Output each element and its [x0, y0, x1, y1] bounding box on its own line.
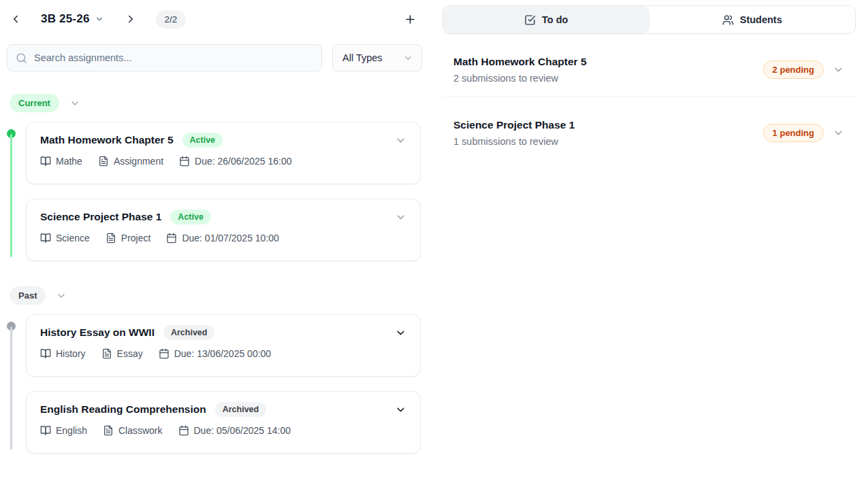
- tab-todo[interactable]: To do: [443, 6, 649, 33]
- card-header: English Reading Comprehension Archived: [40, 402, 406, 417]
- timeline-line-past: [10, 326, 12, 450]
- assignment-title: Science Project Phase 1: [40, 211, 161, 223]
- card-meta: English Classwork Due: 05/06/2025 14:00: [40, 425, 406, 436]
- subject-label: English: [56, 425, 87, 436]
- card-header: Math Homework Chapter 5 Active: [40, 133, 406, 148]
- subject-label: Science: [56, 233, 90, 243]
- due-meta: Due: 05/06/2025 14:00: [178, 425, 291, 436]
- tab-students[interactable]: Students: [649, 6, 856, 33]
- todo-text: Math Homework Chapter 5 2 submissions to…: [453, 56, 587, 84]
- card-meta: Mathe Assignment Due: 26/06/2025 16:00: [40, 156, 406, 167]
- due-meta: Due: 26/06/2025 16:00: [179, 156, 291, 167]
- type-label: Essay: [117, 348, 143, 359]
- search-row: All Types: [7, 44, 422, 71]
- type-label: Classwork: [118, 425, 163, 436]
- assignment-card[interactable]: English Reading Comprehension Archived E…: [26, 391, 421, 454]
- previous-class-button[interactable]: [7, 10, 25, 28]
- chevron-down-icon: [69, 98, 80, 109]
- type-meta: Classwork: [103, 425, 163, 436]
- status-badge: Archived: [215, 402, 267, 417]
- due-meta: Due: 01/07/2025 10:00: [166, 233, 278, 243]
- status-badge: Active: [170, 209, 211, 224]
- tab-students-label: Students: [740, 14, 782, 25]
- file-text-icon: [103, 425, 114, 436]
- type-meta: Essay: [101, 348, 143, 359]
- pending-badge: 2 pending: [763, 61, 824, 79]
- todo-item-actions: 2 pending: [763, 61, 844, 79]
- review-panel: To do Students Math Homework Chapter 5 2…: [443, 0, 856, 489]
- todo-list-item[interactable]: Science Project Phase 1 1 submissions to…: [443, 97, 856, 159]
- pending-badge: 1 pending: [763, 124, 824, 142]
- chevron-down-icon: [403, 53, 413, 63]
- subject-label: History: [56, 348, 86, 359]
- type-meta: Assignment: [98, 156, 163, 167]
- todo-item-title: Math Homework Chapter 5: [453, 56, 587, 68]
- class-header: 3B 25-26 2/2: [7, 9, 419, 29]
- search-input[interactable]: [34, 52, 313, 63]
- square-check-icon: [524, 14, 536, 26]
- assignment-title: History Essay on WWII: [40, 326, 155, 339]
- chevron-down-icon[interactable]: [833, 127, 844, 139]
- chevron-down-icon[interactable]: [395, 135, 406, 146]
- assignment-card[interactable]: Science Project Phase 1 Active Science P…: [26, 199, 421, 261]
- todo-list-item[interactable]: Math Homework Chapter 5 2 submissions to…: [443, 34, 856, 97]
- book-open-icon: [40, 348, 51, 359]
- timeline-line-current: [10, 134, 12, 257]
- calendar-icon: [166, 233, 177, 243]
- subject-meta: Science: [40, 233, 90, 243]
- type-label: Assignment: [114, 156, 163, 167]
- calendar-icon: [179, 156, 190, 167]
- chevron-down-icon[interactable]: [833, 64, 844, 75]
- next-class-button[interactable]: [122, 10, 140, 28]
- due-label: Due: 05/06/2025 14:00: [194, 425, 291, 436]
- section-header-past[interactable]: Past: [10, 286, 443, 305]
- card-header: Science Project Phase 1 Active: [40, 209, 406, 224]
- chevron-down-icon[interactable]: [395, 212, 406, 223]
- status-badge: Active: [182, 133, 223, 148]
- subject-meta: History: [40, 348, 86, 359]
- todo-list: Math Homework Chapter 5 2 submissions to…: [443, 34, 856, 159]
- calendar-icon: [159, 348, 170, 359]
- timeline-group-past: History Essay on WWII Archived History E…: [0, 314, 443, 454]
- add-assignment-button[interactable]: [401, 10, 419, 29]
- file-text-icon: [98, 156, 109, 167]
- type-label: Project: [121, 233, 151, 243]
- type-filter-value: All Types: [342, 52, 383, 63]
- class-selector[interactable]: 3B 25-26: [41, 12, 104, 26]
- plus-icon: [404, 13, 417, 26]
- type-meta: Project: [106, 233, 151, 243]
- tab-bar: To do Students: [443, 5, 856, 34]
- page-indicator: 2/2: [156, 10, 187, 29]
- subject-meta: Mathe: [40, 156, 82, 167]
- search-icon: [16, 52, 27, 64]
- assignment-title: Math Homework Chapter 5: [40, 134, 174, 146]
- assignment-card[interactable]: History Essay on WWII Archived History E…: [26, 314, 421, 377]
- chevron-down-icon[interactable]: [395, 404, 406, 416]
- subject-label: Mathe: [56, 156, 82, 167]
- file-text-icon: [106, 233, 116, 243]
- due-meta: Due: 13/06/2025 00:00: [159, 348, 271, 359]
- subject-meta: English: [40, 425, 87, 436]
- assignment-title: English Reading Comprehension: [40, 403, 206, 416]
- due-label: Due: 01/07/2025 10:00: [182, 233, 278, 243]
- assignments-panel: 3B 25-26 2/2 All Types: [0, 0, 443, 489]
- todo-item-actions: 1 pending: [763, 124, 844, 142]
- book-open-icon: [40, 425, 51, 436]
- section-label-past: Past: [10, 286, 46, 305]
- section-label-current: Current: [10, 94, 59, 112]
- search-box[interactable]: [7, 44, 322, 71]
- tab-todo-label: To do: [542, 14, 568, 25]
- status-badge: Archived: [163, 325, 215, 340]
- chevron-down-icon: [95, 14, 104, 24]
- section-header-current[interactable]: Current: [10, 94, 443, 112]
- users-icon: [722, 14, 734, 26]
- chevron-down-icon: [56, 290, 67, 301]
- book-open-icon: [40, 156, 51, 167]
- assignment-card[interactable]: Math Homework Chapter 5 Active Mathe Ass…: [26, 122, 421, 184]
- chevron-down-icon[interactable]: [395, 327, 406, 339]
- todo-text: Science Project Phase 1 1 submissions to…: [453, 119, 575, 147]
- chevron-left-icon: [10, 13, 22, 25]
- type-filter-select[interactable]: All Types: [332, 44, 422, 71]
- todo-item-subtitle: 1 submissions to review: [453, 136, 575, 147]
- chevron-right-icon: [125, 13, 137, 25]
